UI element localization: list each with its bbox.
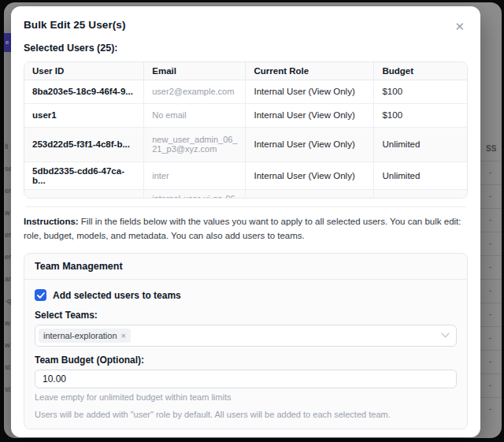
bg-dash-fragment: -: [489, 279, 502, 303]
tag-remove-icon[interactable]: ×: [121, 330, 126, 341]
table-row: 253d22d5-f3f1-4c8f-b... new_user_admin_0…: [24, 127, 467, 162]
bg-dash-fragment: -: [489, 303, 502, 326]
cell-user-id: user1: [24, 103, 144, 127]
col-header-current-role: Current Role: [246, 62, 374, 80]
team-select[interactable]: internal-exploration×: [35, 325, 457, 347]
selected-users-label: Selected Users (25):: [24, 43, 468, 54]
cell-budget: $100: [374, 103, 467, 127]
checkmark-icon: [37, 292, 45, 299]
close-icon[interactable]: ✕: [454, 20, 465, 32]
cell-role: Internal User (View Only): [246, 80, 374, 103]
table-row-clipped: internal-user-ui-qa-06-28-: [24, 189, 467, 199]
cell-budget: $100: [374, 80, 467, 103]
bulk-edit-modal: Bulk Edit 25 User(s) ✕ Selected Users (2…: [11, 6, 480, 437]
cell-email: inter: [144, 162, 246, 189]
team-management-body: Add selected users to teams Select Teams…: [24, 280, 467, 429]
cell-role: [246, 189, 374, 199]
team-role-note: Users will be added with "user" role by …: [35, 410, 457, 419]
select-teams-label: Select Teams:: [35, 310, 457, 321]
cell-user-id: 253d22d5-f3f1-4c8f-b...: [24, 127, 144, 162]
table-header-row: User ID Email Current Role Budget: [24, 62, 467, 80]
cell-role: Internal User (View Only): [246, 103, 374, 127]
add-users-checkbox-row: Add selected users to teams: [35, 288, 457, 303]
bg-dash-fragment: -: [489, 161, 502, 184]
budget-help-text: Leave empty for unlimited budget within …: [35, 392, 457, 402]
section-divider: [25, 206, 466, 207]
col-header-user-id: User ID: [24, 62, 144, 80]
chevron-down-icon: [441, 332, 450, 338]
bg-dash-fragment: -: [489, 232, 502, 255]
team-management-title: Team Management: [24, 254, 467, 280]
col-header-budget: Budget: [374, 62, 467, 80]
instructions-text: Instructions: Fill in the fields below w…: [24, 215, 468, 243]
team-budget-input[interactable]: [35, 370, 457, 388]
bg-dash-fragment: -: [489, 326, 502, 350]
bg-dash-fragment: -: [489, 397, 502, 421]
bg-selected-sidebar-item: e: [4, 33, 11, 52]
cell-role: Internal User (View Only): [246, 162, 374, 189]
bg-dash-fragment: -: [489, 208, 502, 232]
modal-header: Bulk Edit 25 User(s) ✕: [24, 19, 468, 32]
selected-users-table[interactable]: User ID Email Current Role Budget 8ba203…: [24, 61, 468, 199]
cell-user-id: [24, 189, 144, 199]
bg-dash-fragment: -: [489, 255, 502, 279]
bg-dash-fragment: -: [489, 373, 502, 397]
cell-budget: Unlimited: [374, 162, 467, 189]
cell-email: user2@example.com: [144, 80, 246, 103]
add-users-checkbox-label: Add selected users to teams: [53, 290, 181, 301]
bg-right-table-column: SS -----------: [480, 144, 502, 421]
add-users-checkbox[interactable]: [35, 289, 46, 301]
table-row: 5dbd2335-cdd6-47ca-b... inter Internal U…: [24, 162, 467, 189]
cell-role: Internal User (View Only): [246, 127, 374, 162]
cell-budget: Unlimited: [374, 127, 467, 162]
cell-budget: [374, 189, 467, 199]
cell-email: No email: [144, 103, 246, 127]
table-row: user1 No email Internal User (View Only)…: [24, 103, 467, 127]
team-tag-label: internal-exploration: [43, 330, 117, 341]
team-tag: internal-exploration×: [39, 329, 131, 343]
team-budget-label: Team Budget (Optional):: [35, 355, 457, 366]
bg-column-header: SS: [480, 144, 502, 153]
modal-title: Bulk Edit 25 User(s): [24, 19, 126, 31]
cell-user-id: 8ba203e5-18c9-46f4-9...: [24, 80, 144, 103]
cell-email: internal-user-ui-qa-06-28-: [144, 189, 246, 199]
cell-user-id: 5dbd2335-cdd6-47ca-b...: [24, 162, 144, 189]
table-row: 8ba203e5-18c9-46f4-9... user2@example.co…: [24, 80, 467, 103]
bg-dash-fragment: -: [489, 184, 502, 208]
cell-email: new_user_admin_06_21_p3@xyz.com: [144, 127, 246, 162]
col-header-email: Email: [144, 62, 246, 80]
bg-right-dashes: -----------: [480, 161, 502, 421]
instructions-label: Instructions:: [24, 217, 79, 226]
bg-dash-fragment: -: [489, 350, 502, 373]
team-management-card: Team Management Add selected users to te…: [24, 253, 468, 429]
instructions-body: Fill in the fields below with the values…: [24, 217, 461, 240]
